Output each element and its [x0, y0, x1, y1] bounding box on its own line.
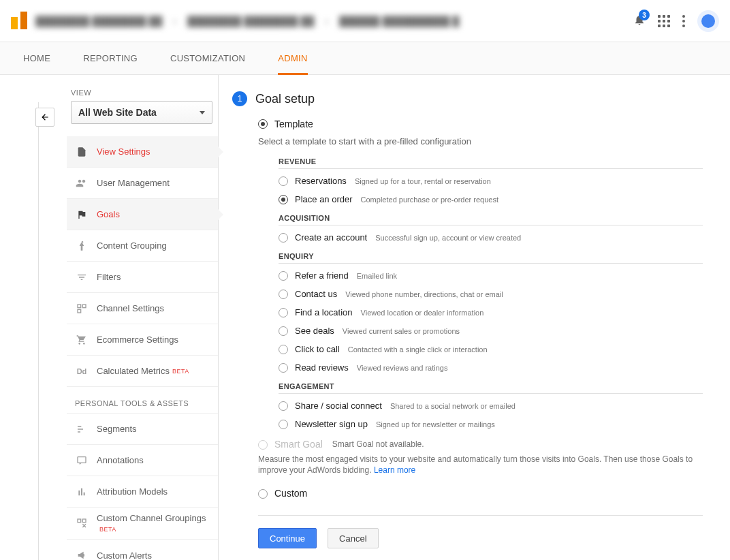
radio-option[interactable] [279, 420, 288, 429]
radio-smart-goal [258, 440, 268, 450]
template-option[interactable]: Create an accountSuccessful sign up, acc… [279, 232, 703, 243]
custom-channel-icon [75, 516, 89, 530]
template-option[interactable]: Contact usViewed phone number, direction… [279, 289, 703, 299]
cart-icon [75, 333, 89, 347]
view-selector[interactable]: All Web Site Data [71, 101, 212, 124]
continue-button[interactable]: Continue [258, 528, 317, 548]
option-desc: Emailed link [357, 272, 397, 280]
option-label: Refer a friend [295, 270, 349, 281]
bars-icon [75, 485, 89, 499]
channel-icon [75, 302, 89, 315]
smart-goal-label: Smart Goal [274, 439, 323, 450]
radio-option[interactable] [279, 233, 288, 243]
svg-rect-3 [78, 456, 86, 463]
radio-option[interactable] [279, 363, 288, 373]
main-content: 1 Goal setup Template Select a template … [218, 75, 730, 560]
template-hint: Select a template to start with a pre-fi… [258, 136, 703, 146]
option-desc: Viewed reviews and ratings [357, 364, 448, 372]
template-group-title: REVENUE [279, 157, 703, 169]
radio-option[interactable] [279, 308, 288, 317]
custom-label: Custom [274, 488, 307, 499]
nav-custom-alerts[interactable]: Custom Alerts [67, 540, 218, 560]
nav-annotations[interactable]: Annotations [67, 445, 218, 476]
template-option[interactable]: Place an orderCompleted purchase or pre-… [279, 194, 703, 204]
template-option[interactable]: Share / social connectShared to a social… [279, 401, 703, 411]
radio-option[interactable] [279, 271, 288, 281]
template-option[interactable]: Click to callContacted with a single cli… [279, 344, 703, 354]
svg-rect-2 [78, 309, 81, 313]
app-header: ████████ ████████ ██› ████████ ████████ … [0, 0, 730, 42]
radio-option[interactable] [279, 195, 288, 204]
tab-admin[interactable]: ADMIN [278, 42, 307, 74]
nav-calculated-metrics[interactable]: Dd Calculated Metrics BETA [67, 356, 218, 387]
ga-logo-icon [11, 13, 27, 29]
smart-goal-description: Measure the most engaged visits to your … [258, 454, 703, 476]
template-option[interactable]: ReservationsSigned up for a tour, rental… [279, 176, 703, 186]
option-desc: Signed up for newsletter or mailings [376, 420, 495, 429]
option-desc: Contacted with a single click or interac… [348, 345, 488, 354]
radio-custom[interactable] [258, 489, 268, 499]
cancel-button[interactable]: Cancel [328, 528, 378, 548]
more-icon[interactable] [682, 15, 685, 27]
radio-template[interactable] [258, 119, 268, 129]
nav-channel-settings[interactable]: Channel Settings [67, 293, 218, 324]
megaphone-icon [75, 548, 89, 560]
learn-more-link[interactable]: Learn more [374, 465, 415, 475]
nav-filters[interactable]: Filters [67, 262, 218, 293]
tab-reporting[interactable]: REPORTING [83, 42, 138, 74]
user-avatar[interactable] [697, 10, 719, 32]
radio-option[interactable] [279, 290, 288, 299]
option-label: Click to call [295, 344, 340, 354]
divider [258, 515, 703, 516]
users-icon [75, 176, 89, 190]
svg-rect-4 [78, 519, 81, 523]
svg-rect-1 [82, 305, 86, 308]
back-button[interactable] [35, 108, 54, 127]
grouping-icon [75, 239, 89, 253]
nav-custom-channel-groupings[interactable]: Custom Channel Groupings BETA [67, 508, 218, 540]
template-option[interactable]: Newsletter sign upSigned up for newslett… [279, 419, 703, 429]
breadcrumb: ████████ ████████ ██› ████████ ████████ … [35, 16, 633, 27]
option-label: Read reviews [295, 362, 349, 373]
main-tabs: HOME REPORTING CUSTOMIZATION ADMIN [0, 42, 730, 75]
option-label: Contact us [295, 289, 337, 299]
filter-icon [75, 270, 89, 284]
nav-attribution-models[interactable]: Attribution Models [67, 476, 218, 508]
sidebar: VIEW All Web Site Data View Settings Use… [0, 75, 218, 560]
template-group-title: ENQUIRY [279, 252, 703, 264]
radio-option[interactable] [279, 401, 288, 411]
template-option[interactable]: See dealsViewed current sales or promoti… [279, 326, 703, 336]
template-option[interactable]: Find a locationViewed location or dealer… [279, 307, 703, 317]
beta-badge: BETA [99, 526, 116, 533]
step-title: Goal setup [255, 92, 315, 106]
nav-view-settings[interactable]: View Settings [67, 136, 218, 168]
nav-goals[interactable]: Goals [67, 199, 218, 230]
personal-tools-label: PERSONAL TOOLS & ASSETS [67, 387, 218, 414]
nav-segments[interactable]: Segments [67, 414, 218, 445]
template-group-title: ENGAGEMENT [279, 382, 703, 394]
nav-user-management[interactable]: User Management [67, 168, 218, 199]
option-label: Find a location [295, 307, 353, 317]
apps-icon[interactable] [658, 15, 670, 27]
nav-ecommerce-settings[interactable]: Ecommerce Settings [67, 324, 218, 356]
radio-option[interactable] [279, 326, 288, 336]
option-desc: Successful sign up, account or view crea… [375, 234, 521, 242]
svg-rect-0 [78, 305, 81, 308]
option-desc: Signed up for a tour, rental or reservat… [355, 177, 491, 185]
template-option[interactable]: Refer a friendEmailed link [279, 270, 703, 281]
tab-customization[interactable]: CUSTOMIZATION [170, 42, 245, 74]
template-option[interactable]: Read reviewsViewed reviews and ratings [279, 362, 703, 373]
tab-home[interactable]: HOME [23, 42, 50, 74]
document-icon [75, 145, 89, 159]
radio-option[interactable] [279, 176, 288, 186]
option-desc: Viewed phone number, directions, chat or… [345, 290, 503, 298]
nav-content-grouping[interactable]: Content Grouping [67, 230, 218, 262]
step-number: 1 [232, 91, 247, 106]
flag-icon [75, 208, 89, 221]
radio-option[interactable] [279, 345, 288, 354]
segments-icon [75, 422, 89, 436]
template-group-title: ACQUISITION [279, 214, 703, 225]
notifications-icon[interactable]: 3 [633, 14, 646, 28]
option-label: Reservations [295, 176, 347, 186]
beta-badge: BETA [172, 368, 189, 375]
